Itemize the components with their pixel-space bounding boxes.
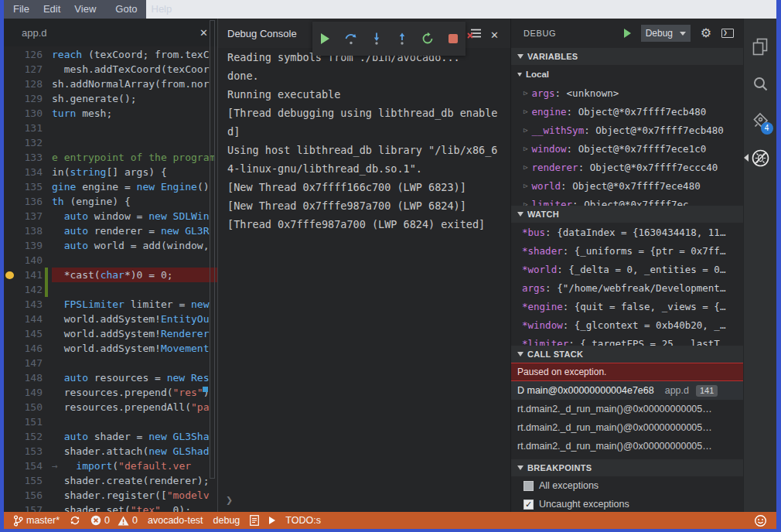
step-over-button[interactable] — [343, 30, 360, 47]
breakpoint-row[interactable]: All exceptions — [511, 476, 743, 495]
breakpoint-row[interactable]: ✓Uncaught exceptions — [511, 495, 743, 512]
collapsed-arrow-icon[interactable]: ▷ — [524, 107, 527, 115]
collapsed-arrow-icon[interactable]: ▷ — [524, 182, 527, 189]
code-line[interactable]: 127 mesh.addTexCoord(texCoor — [4, 62, 217, 77]
tab-close-icon[interactable]: ✕ — [200, 27, 208, 39]
debug-config-dropdown[interactable]: Debug — [641, 25, 691, 42]
git-branch-status[interactable]: master* — [13, 515, 60, 527]
breakpoint-gutter[interactable] — [4, 135, 15, 150]
code-line[interactable]: 154→ import("default.ver — [4, 459, 217, 473]
clear-console-button[interactable] — [467, 28, 482, 43]
breakpoint-gutter[interactable] — [4, 400, 15, 414]
breakpoint-gutter[interactable] — [4, 341, 15, 356]
breakpoint-gutter[interactable] — [4, 488, 15, 503]
code-line[interactable]: 129sh.generate(); — [4, 91, 217, 106]
step-out-button[interactable] — [394, 30, 411, 47]
breakpoint-gutter[interactable] — [4, 106, 15, 121]
breakpoint-gutter[interactable] — [4, 223, 15, 238]
stack-frame-row[interactable]: rt.dmain2._d_run_main()@0x00000000005… — [511, 418, 743, 437]
stack-frame-row[interactable]: D main@0x00000000004e7e68app.d141 — [511, 381, 743, 400]
continue-button[interactable] — [317, 30, 334, 47]
breakpoint-gutter[interactable] — [4, 121, 15, 135]
code-line[interactable]: 147 — [4, 356, 217, 370]
code-line[interactable]: 137 auto window = new SDLWin — [4, 209, 217, 223]
variable-row[interactable]: *bus: {dataIndex = {1630434418, 11… — [511, 223, 743, 241]
code-line[interactable]: 153 shader.attach(new GLShad — [4, 444, 217, 459]
breakpoint-checkbox[interactable] — [524, 481, 534, 491]
watch-section-header[interactable]: WATCH — [511, 206, 743, 223]
breakpoint-gutter[interactable] — [4, 179, 15, 194]
variable-row[interactable]: *limiter: {_targetFPS = 25, _lastT — [511, 334, 743, 346]
activity-explorer[interactable] — [744, 28, 777, 65]
variables-section-header[interactable]: VARIABLES — [511, 48, 743, 65]
breakpoint-icon[interactable] — [5, 271, 14, 279]
breakpoint-gutter[interactable] — [4, 459, 15, 473]
breakpoint-gutter[interactable] — [4, 297, 15, 312]
code-line[interactable]: 132 — [4, 135, 217, 150]
breakpoint-gutter[interactable] — [4, 91, 15, 106]
code-line[interactable]: 145 world.addSystem!Renderer — [4, 326, 217, 341]
code-line[interactable]: 152 auto shader = new GL3Sha — [4, 429, 217, 444]
menu-item-view[interactable]: View — [67, 0, 103, 19]
tab-app-d[interactable]: app.d ✕ — [4, 19, 217, 46]
variable-row[interactable]: *window: {_glcontext = 0xb40b20, _… — [511, 315, 743, 334]
feedback-smiley[interactable] — [754, 514, 767, 527]
breakpoint-gutter[interactable] — [4, 47, 15, 62]
problems-status[interactable]: 0 0 — [90, 515, 138, 526]
code-line[interactable]: 149 resources.prepend("res") — [4, 385, 217, 400]
build-mode-status[interactable]: debug — [213, 515, 240, 526]
breakpoint-gutter[interactable] — [4, 238, 15, 253]
code-line[interactable]: 139 auto world = add(window, — [4, 238, 217, 253]
menu-item-help[interactable]: Help — [145, 0, 179, 19]
breakpoint-gutter[interactable] — [4, 268, 15, 282]
breakpoint-gutter[interactable] — [4, 356, 15, 370]
breakpoint-gutter[interactable] — [4, 429, 15, 444]
activity-source-control[interactable]: 4 — [744, 102, 777, 139]
breakpoint-checkbox[interactable]: ✓ — [524, 500, 534, 510]
breakpoint-gutter[interactable] — [4, 282, 15, 297]
code-line[interactable]: 133e entrypoint of the program — [4, 150, 217, 165]
variable-row[interactable]: ▷window: Object@*0x7ffff7ece1c0 — [511, 139, 743, 158]
breakpoint-gutter[interactable] — [4, 165, 15, 179]
breakpoint-gutter[interactable] — [4, 77, 15, 91]
code-line[interactable]: 136th (engine) { — [4, 194, 217, 209]
code-line[interactable]: 135gine engine = new Engine() — [4, 179, 217, 194]
console-prompt[interactable]: ❯ — [226, 493, 233, 507]
code-line[interactable]: 144 world.addSystem!EntityOu — [4, 312, 217, 326]
code-line[interactable]: 155 shader.create(renderer); — [4, 473, 217, 488]
activity-search[interactable] — [744, 65, 777, 102]
variables-scope-local[interactable]: Local — [511, 65, 743, 84]
stack-frame-row[interactable]: rt.dmain2._d_run_main()@0x00000000005… — [511, 437, 743, 455]
variable-row[interactable]: ▷world: Object@*0x7ffff7ece480 — [511, 176, 743, 195]
todo-status[interactable]: TODO:s — [285, 515, 321, 526]
code-line[interactable]: 140 — [4, 253, 217, 268]
code-line[interactable]: 128sh.addNormalArray(from.nor — [4, 77, 217, 91]
breakpoint-gutter[interactable] — [4, 503, 15, 512]
code-line[interactable]: 138 auto renderer = new GL3R — [4, 223, 217, 238]
code-line[interactable]: 156 shader.register(["modelv — [4, 488, 217, 503]
breakpoint-gutter[interactable] — [4, 253, 15, 268]
code-line[interactable]: 142 — [4, 282, 217, 297]
collapsed-arrow-icon[interactable]: ▷ — [524, 89, 527, 97]
variable-row[interactable]: *engine: {quit = false, _views = {… — [511, 297, 743, 315]
variable-row[interactable]: *world: {_delta = 0, _entities = 0… — [511, 260, 743, 278]
breakpoint-gutter[interactable] — [4, 150, 15, 165]
run-task-button[interactable] — [269, 517, 275, 524]
variable-row[interactable]: ▷renderer: Object@*0x7ffff7eccc40 — [511, 158, 743, 176]
breakpoint-gutter[interactable] — [4, 370, 15, 385]
open-console-icon[interactable]: ❯ — [721, 29, 734, 38]
variable-row[interactable]: ▷__withSym: Object@*0x7ffff7ecb480 — [511, 121, 743, 139]
breakpoint-gutter[interactable] — [4, 473, 15, 488]
code-line[interactable]: 157 shader.set("tex", 0); — [4, 503, 217, 512]
code-line[interactable]: 150 resources.prependAll("pa — [4, 400, 217, 414]
close-console-button[interactable]: ✕ — [490, 30, 499, 41]
breakpoint-gutter[interactable] — [4, 385, 15, 400]
breakpoint-gutter[interactable] — [4, 312, 15, 326]
breakpoint-gutter[interactable] — [4, 326, 15, 341]
code-line[interactable]: 143 FPSLimiter limiter = new — [4, 297, 217, 312]
sync-button[interactable] — [70, 515, 80, 526]
variable-row[interactable]: ▷engine: Object@*0x7ffff7ecb480 — [511, 102, 743, 121]
collapsed-arrow-icon[interactable]: ▷ — [524, 200, 527, 206]
restart-button[interactable] — [419, 30, 436, 47]
variable-row[interactable]: ▷limiter: Object@*0x7ffff7ec — [511, 195, 743, 206]
